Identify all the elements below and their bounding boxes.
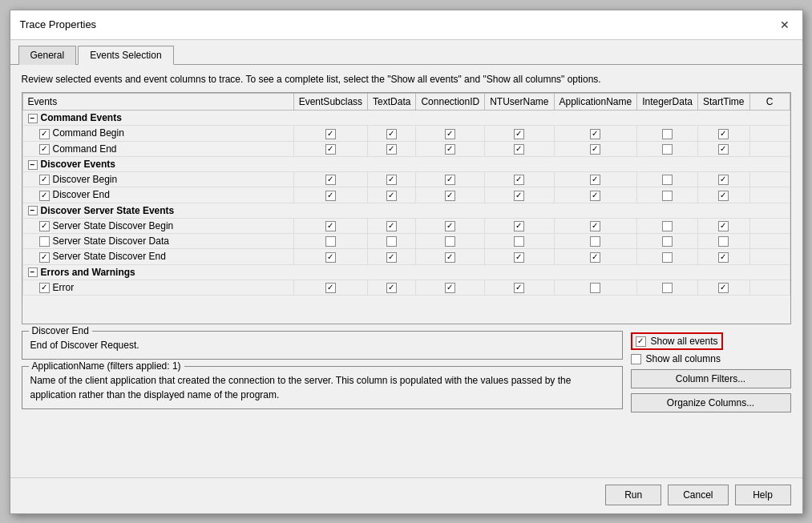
- tab-general[interactable]: General: [18, 46, 77, 65]
- applicationname-checkbox[interactable]: [590, 144, 600, 155]
- cancel-button[interactable]: Cancel: [668, 485, 728, 505]
- ntuserName-checkbox[interactable]: [514, 252, 524, 263]
- category-row: −Errors and Warnings: [22, 264, 790, 280]
- col-ntuserName: NTUserName: [485, 94, 554, 111]
- connectionid-checkbox[interactable]: [445, 191, 455, 201]
- events-table: Events EventSubclass TextData Connection…: [22, 93, 790, 296]
- textdata-checkbox[interactable]: [386, 221, 397, 231]
- ntuserName-checkbox[interactable]: [514, 191, 524, 201]
- col-extra: C: [749, 94, 790, 111]
- show-all-events-label: Show all events: [651, 336, 718, 347]
- eventsubclass-checkbox[interactable]: [325, 129, 336, 139]
- collapse-btn[interactable]: −: [28, 114, 38, 123]
- eventsubclass-checkbox[interactable]: [325, 175, 336, 185]
- ntuserName-checkbox[interactable]: [514, 175, 524, 185]
- applicationname-checkbox[interactable]: [590, 191, 600, 201]
- starttime-checkbox[interactable]: [718, 252, 729, 263]
- textdata-checkbox[interactable]: [386, 252, 397, 263]
- row-select-cb[interactable]: [39, 191, 50, 201]
- row-select-cb[interactable]: [39, 129, 50, 139]
- row-select-cb[interactable]: [39, 236, 50, 247]
- row-select-cb[interactable]: [39, 221, 50, 231]
- discover-end-content: End of Discover Request.: [30, 338, 614, 352]
- connectionid-checkbox[interactable]: [445, 175, 455, 185]
- show-all-events-checkbox[interactable]: [636, 336, 646, 347]
- show-all-columns-option[interactable]: Show all columns: [631, 353, 723, 364]
- integerdata-checkbox[interactable]: [662, 221, 673, 231]
- connectionid-checkbox[interactable]: [445, 236, 455, 247]
- column-filters-button[interactable]: Column Filters...: [631, 369, 791, 388]
- eventsubclass-checkbox[interactable]: [325, 236, 336, 247]
- starttime-checkbox[interactable]: [718, 144, 729, 155]
- textdata-checkbox[interactable]: [386, 144, 397, 155]
- events-table-container[interactable]: Events EventSubclass TextData Connection…: [22, 92, 791, 324]
- category-row: −Discover Server State Events: [22, 203, 790, 218]
- ntuserName-checkbox[interactable]: [514, 221, 524, 231]
- collapse-btn[interactable]: −: [28, 206, 38, 215]
- applicationname-checkbox[interactable]: [590, 252, 600, 263]
- show-all-columns-checkbox[interactable]: [631, 354, 641, 364]
- integerdata-checkbox[interactable]: [662, 175, 673, 185]
- integerdata-checkbox[interactable]: [662, 129, 673, 139]
- integerdata-checkbox[interactable]: [662, 283, 673, 293]
- discover-end-legend: Discover End: [29, 325, 92, 336]
- starttime-checkbox[interactable]: [718, 221, 729, 231]
- starttime-checkbox[interactable]: [718, 175, 729, 185]
- connectionid-checkbox[interactable]: [445, 129, 455, 139]
- collapse-btn[interactable]: −: [28, 268, 38, 277]
- applicationname-checkbox[interactable]: [590, 236, 600, 247]
- starttime-checkbox[interactable]: [718, 236, 729, 247]
- col-eventsubclass: EventSubclass: [293, 94, 367, 111]
- show-all-events-option[interactable]: Show all events: [631, 332, 723, 350]
- action-buttons: Column Filters... Organize Columns...: [631, 369, 791, 412]
- applicationname-checkbox[interactable]: [590, 283, 600, 293]
- integerdata-checkbox[interactable]: [662, 236, 673, 247]
- table-row: Server State Discover Begin: [22, 218, 790, 233]
- applicationname-checkbox[interactable]: [590, 129, 600, 139]
- col-integerdata: IntegerData: [637, 94, 698, 111]
- connectionid-checkbox[interactable]: [445, 221, 455, 231]
- ntuserName-checkbox[interactable]: [514, 144, 524, 155]
- eventsubclass-checkbox[interactable]: [325, 144, 336, 155]
- textdata-checkbox[interactable]: [386, 175, 397, 185]
- textdata-checkbox[interactable]: [386, 129, 397, 139]
- row-select-cb[interactable]: [39, 283, 50, 293]
- integerdata-checkbox[interactable]: [662, 144, 673, 155]
- tab-events-selection[interactable]: Events Selection: [78, 46, 173, 65]
- category-row: −Command Events: [22, 111, 790, 126]
- row-select-cb[interactable]: [39, 144, 50, 155]
- connectionid-checkbox[interactable]: [445, 144, 455, 155]
- table-row: Server State Discover End: [22, 249, 790, 264]
- eventsubclass-checkbox[interactable]: [325, 221, 336, 231]
- ntuserName-checkbox[interactable]: [514, 283, 524, 293]
- applicationname-checkbox[interactable]: [590, 175, 600, 185]
- ntuserName-checkbox[interactable]: [514, 129, 524, 139]
- table-row: Server State Discover Data: [22, 233, 790, 248]
- starttime-checkbox[interactable]: [718, 283, 729, 293]
- trace-properties-dialog: Trace Properties ✕ General Events Select…: [10, 10, 803, 514]
- starttime-checkbox[interactable]: [718, 129, 729, 139]
- integerdata-checkbox[interactable]: [662, 252, 673, 263]
- help-button[interactable]: Help: [735, 485, 791, 505]
- table-row: Command Begin: [22, 126, 790, 141]
- textdata-checkbox[interactable]: [386, 236, 397, 247]
- eventsubclass-checkbox[interactable]: [325, 252, 336, 263]
- textdata-checkbox[interactable]: [386, 191, 397, 201]
- eventsubclass-checkbox[interactable]: [325, 191, 336, 201]
- collapse-btn[interactable]: −: [28, 160, 38, 170]
- row-select-cb[interactable]: [39, 252, 50, 263]
- eventsubclass-checkbox[interactable]: [325, 283, 336, 293]
- applicationname-checkbox[interactable]: [590, 221, 600, 231]
- textdata-checkbox[interactable]: [386, 283, 397, 293]
- starttime-checkbox[interactable]: [718, 191, 729, 201]
- discover-end-panel: Discover End End of Discover Request.: [22, 331, 623, 360]
- run-button[interactable]: Run: [605, 485, 661, 505]
- organize-columns-button[interactable]: Organize Columns...: [631, 393, 791, 412]
- connectionid-checkbox[interactable]: [445, 283, 455, 293]
- row-select-cb[interactable]: [39, 175, 50, 185]
- ntuserName-checkbox[interactable]: [514, 236, 524, 247]
- content-area: Review selected events and event columns…: [10, 65, 802, 477]
- close-button[interactable]: ✕: [777, 17, 793, 33]
- integerdata-checkbox[interactable]: [662, 191, 673, 201]
- connectionid-checkbox[interactable]: [445, 252, 455, 263]
